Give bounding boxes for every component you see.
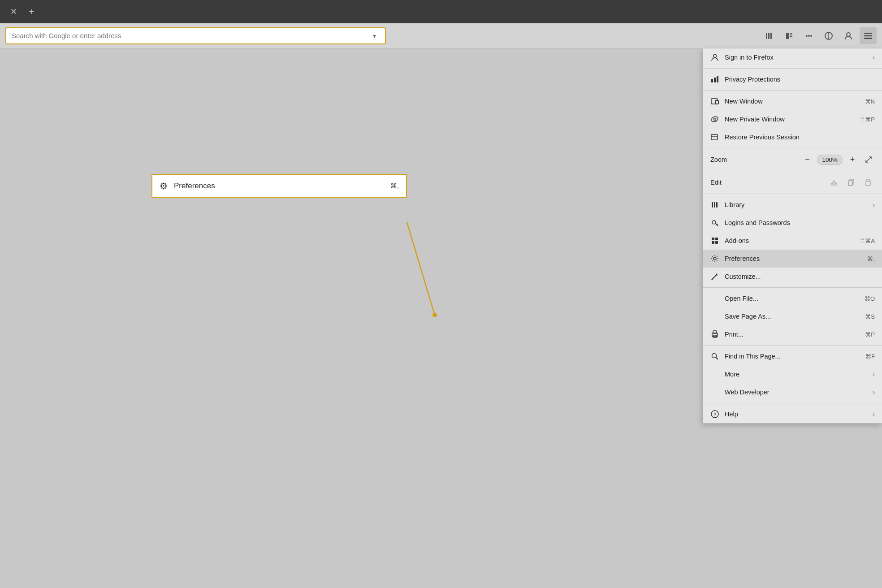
- protection-icon[interactable]: [820, 27, 837, 44]
- svg-line-29: [866, 160, 869, 162]
- svg-rect-26: [711, 134, 718, 140]
- svg-point-56: [712, 354, 717, 358]
- svg-rect-3: [786, 33, 789, 39]
- extensions-icon[interactable]: [800, 27, 817, 44]
- library-label: Library: [725, 201, 865, 208]
- svg-rect-5: [790, 35, 792, 35]
- customize-icon: [710, 272, 719, 281]
- edit-row: Edit: [703, 173, 882, 192]
- addons-label: Add-ons: [725, 237, 855, 244]
- menu-item-new-private-window[interactable]: New Private Window ⇧⌘P: [703, 110, 882, 128]
- menu-item-help[interactable]: ? Help ›: [703, 405, 882, 423]
- zoom-in-button[interactable]: +: [846, 153, 859, 166]
- cut-button[interactable]: [827, 176, 841, 189]
- menu-item-more[interactable]: More ›: [703, 365, 882, 383]
- sign-in-icon: [710, 53, 719, 62]
- web-developer-label: Web Developer: [725, 389, 865, 396]
- account-icon[interactable]: [840, 27, 857, 44]
- menu-item-addons[interactable]: Add-ons ⇧⌘A: [703, 232, 882, 250]
- svg-line-33: [834, 181, 836, 183]
- open-file-icon: [710, 294, 719, 303]
- main-content: ⚙ Preferences ⌘, Sign in to Firefox ›: [0, 48, 882, 588]
- library-arrow: ›: [873, 201, 875, 208]
- new-window-shortcut: ⌘N: [865, 98, 875, 105]
- svg-point-12: [847, 33, 850, 36]
- svg-rect-19: [711, 79, 713, 82]
- svg-rect-21: [717, 76, 718, 82]
- address-bar: ▾: [5, 27, 386, 44]
- more-label: More: [725, 371, 865, 378]
- hamburger-menu-button[interactable]: [860, 27, 877, 44]
- new-private-window-icon: [710, 115, 719, 124]
- preferences-tooltip-shortcut: ⌘,: [390, 182, 399, 190]
- svg-point-30: [831, 183, 834, 186]
- svg-point-31: [835, 183, 837, 186]
- tab-close-button[interactable]: ✕: [7, 5, 20, 18]
- svg-rect-46: [715, 238, 718, 240]
- menu-item-restore-session[interactable]: Restore Previous Session: [703, 128, 882, 146]
- preferences-label: Preferences: [725, 255, 862, 262]
- divider-6: [703, 287, 882, 288]
- open-file-shortcut: ⌘O: [865, 295, 875, 302]
- title-bar: ✕ +: [0, 0, 882, 23]
- zoom-out-button[interactable]: −: [801, 153, 813, 166]
- menu-item-logins[interactable]: Logins and Passwords: [703, 214, 882, 232]
- svg-rect-35: [848, 181, 852, 186]
- new-window-label: New Window: [725, 98, 860, 105]
- menu-item-new-window[interactable]: New Window ⌘N: [703, 92, 882, 110]
- menu-item-open-file[interactable]: Open File... ⌘O: [703, 290, 882, 307]
- menu-item-privacy[interactable]: Privacy Protections: [703, 70, 882, 88]
- preferences-icon: [710, 254, 719, 263]
- menu-item-preferences[interactable]: Preferences ⌘,: [703, 250, 882, 268]
- svg-point-49: [713, 257, 716, 260]
- svg-rect-20: [714, 78, 716, 82]
- svg-rect-23: [715, 100, 718, 104]
- svg-rect-48: [715, 241, 718, 244]
- logins-icon: [710, 218, 719, 227]
- logins-label: Logins and Passwords: [725, 219, 875, 226]
- svg-rect-41: [716, 202, 718, 208]
- svg-rect-0: [766, 33, 767, 39]
- menu-item-sign-in[interactable]: Sign in to Firefox ›: [703, 48, 882, 66]
- menu-item-print[interactable]: Print... ⌘P: [703, 325, 882, 343]
- tooltip-highlight-box: ⚙ Preferences ⌘,: [151, 174, 407, 198]
- help-label: Help: [725, 411, 865, 418]
- new-private-window-shortcut: ⇧⌘P: [860, 116, 875, 123]
- svg-point-17: [432, 313, 437, 317]
- svg-line-52: [712, 279, 713, 280]
- zoom-expand-button[interactable]: [862, 153, 875, 166]
- menu-item-find[interactable]: Find in This Page... ⌘F: [703, 347, 882, 365]
- reader-view-icon[interactable]: [781, 27, 798, 44]
- menu-item-web-developer[interactable]: Web Developer ›: [703, 383, 882, 401]
- menu-item-customize[interactable]: Customize...: [703, 268, 882, 285]
- addons-icon: [710, 236, 719, 245]
- menu-item-library[interactable]: Library ›: [703, 196, 882, 214]
- divider-3: [703, 148, 882, 148]
- help-icon: ?: [710, 410, 719, 419]
- copy-button[interactable]: [844, 176, 858, 189]
- address-input[interactable]: [12, 32, 369, 39]
- svg-line-32: [832, 181, 834, 183]
- toolbar-icons: [761, 27, 877, 44]
- web-developer-icon: [710, 388, 719, 397]
- preferences-tooltip-icon: ⚙: [160, 181, 168, 191]
- more-icon: [710, 370, 719, 379]
- bookmarks-icon[interactable]: [761, 27, 778, 44]
- divider-7: [703, 345, 882, 346]
- addons-shortcut: ⇧⌘A: [860, 238, 875, 244]
- address-dropdown-button[interactable]: ▾: [369, 30, 380, 41]
- zoom-value: 100%: [817, 155, 843, 165]
- svg-rect-14: [864, 35, 872, 36]
- svg-point-9: [810, 35, 812, 37]
- paste-button[interactable]: [861, 176, 875, 189]
- svg-rect-40: [714, 202, 715, 208]
- divider-5: [703, 194, 882, 194]
- svg-rect-45: [712, 238, 714, 240]
- find-shortcut: ⌘F: [865, 353, 875, 360]
- menu-item-save-page[interactable]: Save Page As... ⌘S: [703, 307, 882, 325]
- new-tab-button[interactable]: +: [25, 5, 38, 18]
- find-icon: [710, 352, 719, 361]
- sign-in-arrow: ›: [873, 54, 875, 61]
- svg-rect-4: [790, 33, 792, 34]
- new-window-icon: [710, 97, 719, 106]
